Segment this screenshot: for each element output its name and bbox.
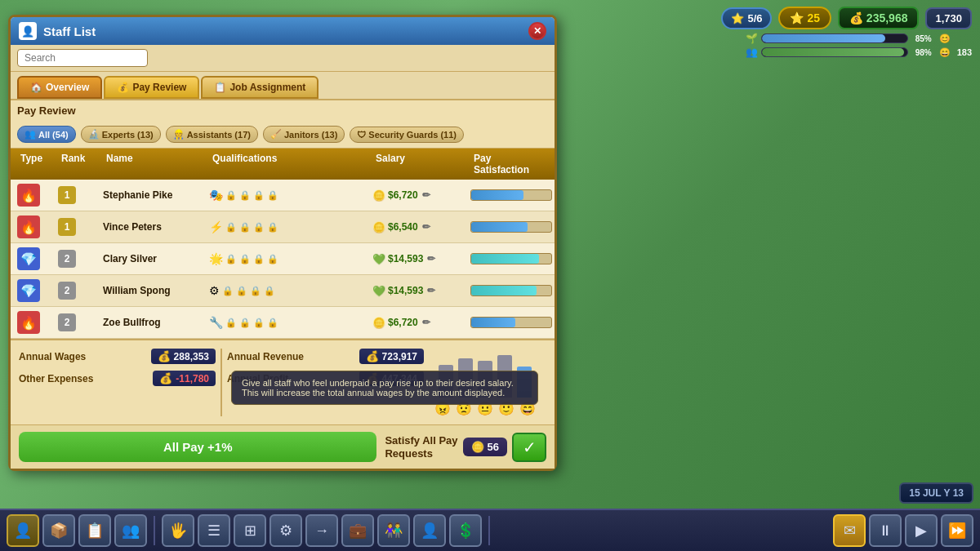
filter-experts-label: Experts (13) [102, 130, 154, 140]
salary-cell: 💚 $14,593 ✏ [372, 253, 470, 265]
list-button[interactable]: ☰ [198, 514, 230, 547]
bar1-track [761, 33, 908, 43]
satisfy-group: Satisfy All PayRequests 🪙 56 ✓ [385, 433, 546, 462]
staff-button[interactable]: 👤 [7, 514, 39, 547]
salary-value: $6,540 [388, 221, 418, 233]
window-titlebar: 👤 Staff List ✕ [11, 17, 555, 45]
table-row[interactable]: 💎 2 William Spong ⚙ 🔒 🔒 🔒 🔒 💚 $14,593 ✏ [11, 275, 555, 307]
tab-payreview[interactable]: 💰 Pay Review [104, 76, 199, 99]
bar1-icon: 🌱 [746, 33, 758, 44]
pay-satisfaction [470, 221, 552, 233]
money-value: 235,968 [866, 11, 908, 24]
coin-icon: 🪙 [372, 189, 385, 202]
satisfy-coin-icon: 🪙 [471, 441, 484, 453]
edit-icon[interactable]: ✏ [422, 221, 430, 233]
search-input[interactable] [17, 49, 148, 67]
table-header: Type Rank Name Qualifications Salary Pay… [11, 149, 555, 180]
table-row[interactable]: 🔥 1 Stephanie Pike 🎭 🔒 🔒 🔒 🔒 🪙 $6,720 ✏ [11, 180, 555, 211]
coin-icon: 💚 [372, 253, 385, 265]
star2-button[interactable]: ⚙ [270, 514, 302, 547]
satisfy-confirm-button[interactable]: ✓ [512, 433, 546, 462]
sat-bar-track [470, 285, 552, 296]
lock-1: 🔒 [222, 286, 234, 296]
edit-icon[interactable]: ✏ [427, 285, 435, 296]
staff-name: Clary Silver [103, 253, 209, 264]
filter-all[interactable]: 👥 All (54) [17, 126, 76, 143]
people-button[interactable]: 👥 [114, 514, 147, 547]
salary-value: $6,720 [388, 189, 418, 201]
filter-all-label: All (54) [38, 130, 69, 140]
pause-button[interactable]: ⏸ [869, 514, 902, 547]
lock-1: 🔒 [225, 222, 237, 233]
staff-name: Zoe Bullfrog [103, 317, 209, 328]
tab-payreview-icon: 💰 [117, 82, 129, 93]
edit-icon[interactable]: ✏ [427, 253, 435, 264]
bag-button[interactable]: 💼 [341, 514, 374, 547]
filter-assistants[interactable]: 👷 Assistants (17) [166, 126, 258, 143]
table-row[interactable]: 🔥 1 Vince Peters ⚡ 🔒 🔒 🔒 🔒 🪙 $6,540 ✏ [11, 211, 555, 243]
bar2-label: 98% [911, 48, 936, 57]
box-button[interactable]: 📦 [42, 514, 75, 547]
grid-button[interactable]: ⊞ [234, 514, 266, 547]
tooltip-box: Give all staff who feel underpaid a pay … [231, 371, 538, 405]
filter-experts-icon: 🔬 [88, 129, 100, 140]
col-salary: Salary [372, 153, 470, 176]
qual-icon-1: ⚙ [209, 284, 220, 297]
missions-badge: ⭐ 5/6 [721, 7, 772, 29]
tooltip-text: Give all staff who feel underpaid a pay … [242, 378, 514, 398]
lock-3: 🔒 [253, 222, 265, 233]
stats-left: Annual Wages 💰 288,353 Other Expenses 💰 … [19, 349, 216, 416]
missions-value: 5/6 [747, 12, 762, 24]
rank-badge: 1 [58, 218, 76, 236]
message-button[interactable]: ✉ [833, 514, 866, 547]
bar2-smiley: 😄 [939, 47, 951, 58]
satisfy-cost-value: 56 [488, 441, 499, 453]
window-title: Staff List [43, 24, 96, 38]
table-row[interactable]: 🔥 2 Zoe Bullfrog 🔧 🔒 🔒 🔒 🔒 🪙 $6,720 ✏ [11, 307, 555, 339]
all-pay-button[interactable]: All Pay +1% [19, 432, 376, 462]
salary-value: $14,593 [388, 253, 423, 264]
salary-cell: 🪙 $6,720 ✏ [372, 189, 470, 202]
filter-janitors[interactable]: 🧹 Janitors (13) [263, 126, 345, 143]
hand-button[interactable]: 🖐 [162, 514, 194, 547]
wages-icon: 💰 [158, 350, 171, 362]
filter-experts[interactable]: 🔬 Experts (13) [81, 126, 161, 143]
edit-icon[interactable]: ✏ [422, 189, 430, 201]
pay-satisfaction [470, 253, 552, 264]
col-satisfaction: Pay Satisfaction [470, 153, 548, 176]
close-button[interactable]: ✕ [528, 22, 546, 40]
tab-payreview-label: Pay Review [132, 82, 186, 93]
lock-4: 🔒 [267, 254, 278, 264]
fast-forward-button[interactable]: ⏩ [941, 514, 973, 547]
coin-icon: 💚 [372, 285, 385, 297]
filter-assistants-icon: 👷 [173, 129, 185, 140]
col-type: Type [17, 153, 58, 176]
dollar-button[interactable]: 💲 [449, 514, 482, 547]
filter-security[interactable]: 🛡 Security Guards (11) [350, 127, 464, 143]
edit-icon[interactable]: ✏ [422, 317, 430, 328]
table-row[interactable]: 💎 2 Clary Silver 🌟 🔒 🔒 🔒 🔒 💚 $14,593 ✏ [11, 243, 555, 275]
hud-bar-row-2: 👥 98% 😄 183 [746, 47, 972, 58]
lock-3: 🔒 [253, 190, 265, 201]
lock-2: 🔒 [236, 286, 247, 296]
bar-divider-2 [488, 516, 490, 545]
tab-overview[interactable]: 🏠 Overview [17, 76, 102, 99]
section-title-text: Pay Review [17, 104, 76, 117]
filter-janitors-icon: 🧹 [270, 129, 282, 140]
arrow-button[interactable]: → [305, 514, 338, 547]
search-bar [11, 45, 555, 72]
people3-button[interactable]: 👤 [413, 514, 446, 547]
tab-overview-label: Overview [46, 82, 89, 93]
annual-wages-value: 💰 288,353 [151, 349, 216, 364]
qual-icon-1: ⚡ [209, 220, 223, 233]
people2-button[interactable]: 👫 [377, 514, 410, 547]
qualifications: 🎭 🔒 🔒 🔒 🔒 [209, 189, 372, 202]
play-button[interactable]: ▶ [905, 514, 938, 547]
qual-icon-1: 🌟 [209, 252, 223, 265]
tab-jobassignment[interactable]: 📋 Job Assignment [201, 76, 318, 99]
stats-divider [220, 349, 222, 416]
hud-progress-bars: 🌱 85% 😊 👥 98% 😄 183 [746, 33, 972, 58]
salary-cell: 🪙 $6,540 ✏ [372, 221, 470, 233]
clipboard-button[interactable]: 📋 [78, 514, 111, 547]
qual-icon-1: 🎭 [209, 189, 223, 202]
